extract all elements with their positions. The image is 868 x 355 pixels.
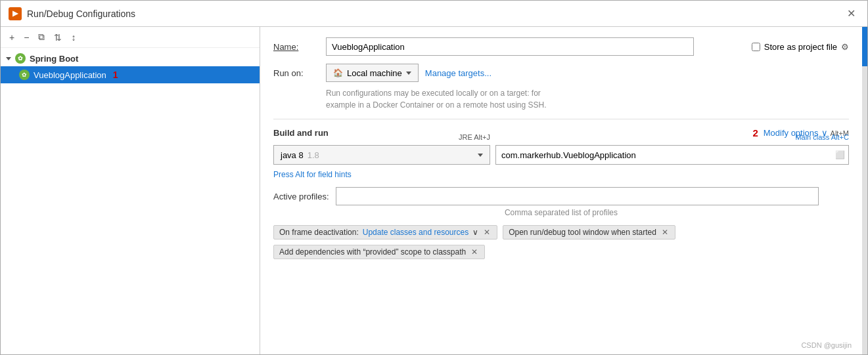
dialog-title: Run/Debug Configurations xyxy=(27,9,135,19)
tag1-close-button[interactable]: ✕ xyxy=(482,228,491,237)
profiles-hint-text: Comma separated list of profiles xyxy=(273,208,849,217)
build-run-header: Build and run 2 Modify options ∨ Alt+M xyxy=(273,127,849,138)
open-tool-window-tag: Open run/debug tool window when started … xyxy=(503,225,675,240)
tags-row-2: Add dependencies with “provided” scope t… xyxy=(273,245,849,259)
java-dropdown-chevron-icon xyxy=(478,154,483,157)
scrollbar[interactable] xyxy=(862,27,867,354)
run-on-label: Run on: xyxy=(273,68,319,78)
build-run-title: Build and run xyxy=(273,128,329,138)
java-label: java 8 xyxy=(281,150,304,160)
main-class-input[interactable] xyxy=(495,145,849,165)
store-label: Store as project file xyxy=(764,42,837,52)
main-class-hint-label: Main class Alt+C xyxy=(795,133,849,141)
run-debug-dialog: ▶ Run/Debug Configurations ✕ + − ⧉ ⇅ ↕ ✿… xyxy=(0,0,868,355)
section-divider xyxy=(273,119,849,119)
spring-boot-app-icon: ✿ xyxy=(19,70,30,80)
active-profiles-label: Active profiles: xyxy=(273,192,329,201)
java-version-label: 1.8 xyxy=(308,150,319,160)
store-checkbox-area: Store as project file ⚙ xyxy=(752,42,849,52)
gear-icon[interactable]: ⚙ xyxy=(841,42,849,52)
spring-boot-group[interactable]: ✿ Spring Boot xyxy=(1,51,260,66)
local-machine-chevron-icon xyxy=(406,72,411,75)
chevron-down-icon xyxy=(6,57,11,60)
footer-text: CSDN @gusijin xyxy=(801,341,852,349)
active-profiles-row: Active profiles: xyxy=(273,187,849,205)
java-select-wrap: JRE Alt+J java 8 1.8 xyxy=(273,145,490,165)
spring-boot-group-label: Spring Boot xyxy=(30,54,78,64)
tags-row-1: On frame deactivation: Update classes an… xyxy=(273,225,849,240)
add-dependencies-tag: Add dependencies with “provided” scope t… xyxy=(273,245,485,259)
move-config-button[interactable]: ⇅ xyxy=(51,30,65,45)
build-run-java-row: JRE Alt+J java 8 1.8 Main class Alt+C ⬜ xyxy=(273,145,849,165)
red-number-2: 2 xyxy=(752,127,758,138)
close-button[interactable]: ✕ xyxy=(843,6,859,21)
run-hint-text: Run configurations may be executed local… xyxy=(326,87,849,111)
manage-targets-link[interactable]: Manage targets... xyxy=(425,68,491,78)
tag2-label: Open run/debug tool window when started xyxy=(509,228,656,237)
local-machine-label: Local machine xyxy=(347,68,402,78)
sidebar-section: ✿ Spring Boot ✿ VueblogApplication 1 xyxy=(1,48,260,86)
sidebar-item-label: VueblogApplication xyxy=(34,70,106,80)
vueblog-application-item[interactable]: ✿ VueblogApplication 1 xyxy=(1,66,260,83)
tag1-chevron-icon: ∨ xyxy=(472,228,478,237)
active-profiles-input[interactable] xyxy=(336,187,819,205)
app-icon: ▶ xyxy=(9,7,22,20)
sidebar-toolbar: + − ⧉ ⇅ ↕ xyxy=(1,27,260,48)
name-row: Name: Store as project file ⚙ xyxy=(273,37,849,56)
sort-config-button[interactable]: ↕ xyxy=(68,30,79,45)
remove-config-button[interactable]: − xyxy=(20,30,32,45)
home-icon: 🏠 xyxy=(333,68,343,77)
sidebar: + − ⧉ ⇅ ↕ ✿ Spring Boot ✿ VueblogApplica… xyxy=(1,27,260,354)
scrollbar-thumb[interactable] xyxy=(862,27,867,66)
tag3-close-button[interactable]: ✕ xyxy=(470,247,479,257)
main-class-browse-button[interactable]: ⬜ xyxy=(833,149,848,161)
title-bar: ▶ Run/Debug Configurations ✕ xyxy=(1,1,867,27)
spring-boot-icon: ✿ xyxy=(15,53,26,64)
content-area: + − ⧉ ⇅ ↕ ✿ Spring Boot ✿ VueblogApplica… xyxy=(1,27,867,354)
name-input[interactable] xyxy=(326,37,694,56)
run-on-row: Run on: 🏠 Local machine Manage targets..… xyxy=(273,64,849,82)
update-classes-link[interactable]: Update classes and resources xyxy=(363,228,468,237)
main-panel: Name: Store as project file ⚙ Run on: 🏠 … xyxy=(260,27,862,354)
hint-line1: Run configurations may be executed local… xyxy=(326,89,541,98)
add-config-button[interactable]: + xyxy=(6,30,18,45)
store-as-project-checkbox[interactable] xyxy=(752,43,760,51)
tag2-close-button[interactable]: ✕ xyxy=(660,228,670,237)
main-class-input-wrap: Main class Alt+C ⬜ xyxy=(495,145,849,165)
tag3-label: Add dependencies with “provided” scope t… xyxy=(279,247,466,257)
frame-deactivation-tag: On frame deactivation: Update classes an… xyxy=(273,225,497,240)
copy-config-button[interactable]: ⧉ xyxy=(35,30,48,45)
jre-hint-label: JRE Alt+J xyxy=(459,133,490,141)
title-bar-left: ▶ Run/Debug Configurations xyxy=(9,7,135,20)
field-hints-text: Press Alt for field hints xyxy=(273,170,849,179)
name-label-text: Name: xyxy=(273,42,298,52)
local-machine-button[interactable]: 🏠 Local machine xyxy=(326,64,419,82)
hint-line2: example in a Docker Container or on a re… xyxy=(326,100,547,110)
tag1-prefix: On frame deactivation: xyxy=(279,228,359,237)
sidebar-red-number: 1 xyxy=(113,70,118,80)
name-label: Name: xyxy=(273,42,319,52)
java-select[interactable]: java 8 1.8 xyxy=(273,145,490,165)
